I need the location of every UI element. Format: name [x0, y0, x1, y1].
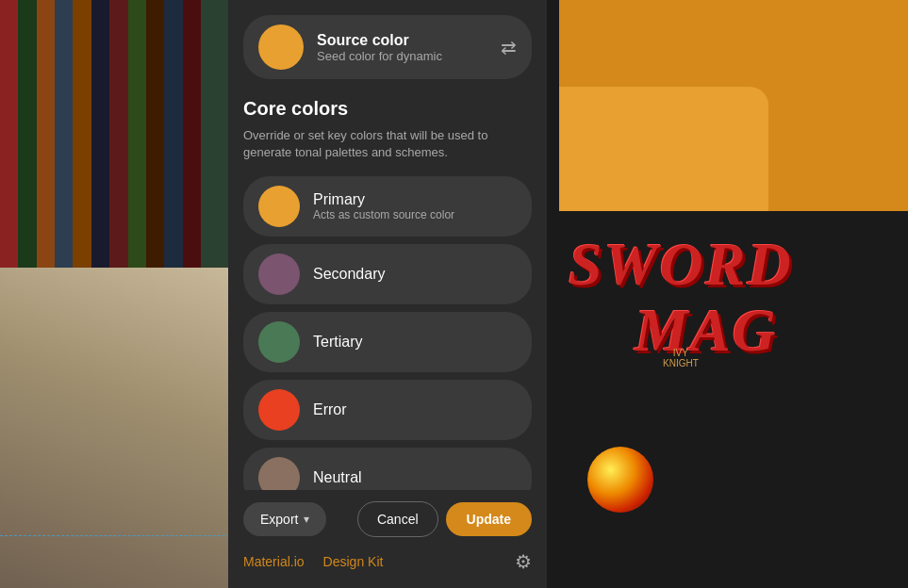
secondary-label: Secondary	[313, 266, 386, 283]
cancel-button[interactable]: Cancel	[357, 501, 438, 537]
sword-text: SWORD	[569, 230, 793, 300]
bg-orange-inner	[559, 0, 908, 217]
primary-swatch	[258, 186, 300, 227]
mag-text: MAG	[635, 296, 778, 366]
settings-icon[interactable]: ⚙	[515, 550, 532, 573]
primary-label: Primary	[313, 191, 454, 208]
error-swatch	[258, 389, 300, 431]
primary-sublabel: Acts as custom source color	[313, 208, 454, 221]
source-color-text: Source color Seed color for dynamic	[317, 31, 487, 63]
footer-links: Material.io Design Kit ⚙	[243, 550, 532, 573]
design-kit-link[interactable]: Design Kit	[323, 554, 384, 569]
source-color-subtitle: Seed color for dynamic	[317, 49, 487, 63]
primary-text: Primary Acts as custom source color	[313, 191, 454, 221]
neutral-text: Neutral	[313, 469, 362, 486]
secondary-swatch	[258, 253, 300, 295]
source-color-row[interactable]: Source color Seed color for dynamic ⇄	[243, 15, 532, 79]
error-text: Error	[313, 401, 347, 418]
source-color-title: Source color	[317, 31, 487, 49]
books-visual	[0, 0, 228, 273]
material-io-link[interactable]: Material.io	[243, 554, 305, 569]
error-label: Error	[313, 401, 347, 418]
tertiary-swatch	[258, 321, 300, 363]
neutral-swatch	[258, 457, 300, 490]
color-item-primary[interactable]: Primary Acts as custom source color	[243, 176, 532, 237]
bg-pottery	[0, 268, 228, 588]
orb-decoration	[587, 447, 653, 513]
export-label: Export	[260, 512, 298, 527]
button-row: Export ▾ Cancel Update	[243, 501, 532, 537]
shuffle-icon[interactable]: ⇄	[501, 36, 517, 58]
bg-orange	[559, 0, 908, 217]
bg-books	[0, 0, 228, 273]
tertiary-label: Tertiary	[313, 334, 362, 351]
panel-footer: Export ▾ Cancel Update Material.io Desig…	[228, 490, 547, 588]
color-panel: Source color Seed color for dynamic ⇄ Co…	[228, 0, 547, 588]
tertiary-text: Tertiary	[313, 334, 362, 351]
ivy-knight-text: IVY KNIGHT	[663, 348, 699, 368]
color-item-error[interactable]: Error	[243, 380, 532, 440]
core-colors-title: Core colors	[243, 98, 532, 120]
neutral-label: Neutral	[313, 469, 362, 486]
update-button[interactable]: Update	[446, 502, 532, 536]
secondary-text: Secondary	[313, 266, 386, 283]
color-item-secondary[interactable]: Secondary	[243, 244, 532, 304]
source-color-swatch	[258, 24, 304, 70]
color-item-neutral[interactable]: Neutral	[243, 448, 532, 490]
panel-scroll-area[interactable]: Source color Seed color for dynamic ⇄ Co…	[228, 0, 547, 490]
color-item-tertiary[interactable]: Tertiary	[243, 312, 532, 372]
bg-pottery-inner	[0, 268, 228, 588]
core-colors-desc: Override or set key colors that will be …	[243, 127, 532, 161]
export-button[interactable]: Export ▾	[243, 502, 326, 536]
export-dropdown-icon: ▾	[304, 513, 309, 526]
bg-sword-mag: SWORD MAG IVY KNIGHT	[559, 211, 908, 588]
